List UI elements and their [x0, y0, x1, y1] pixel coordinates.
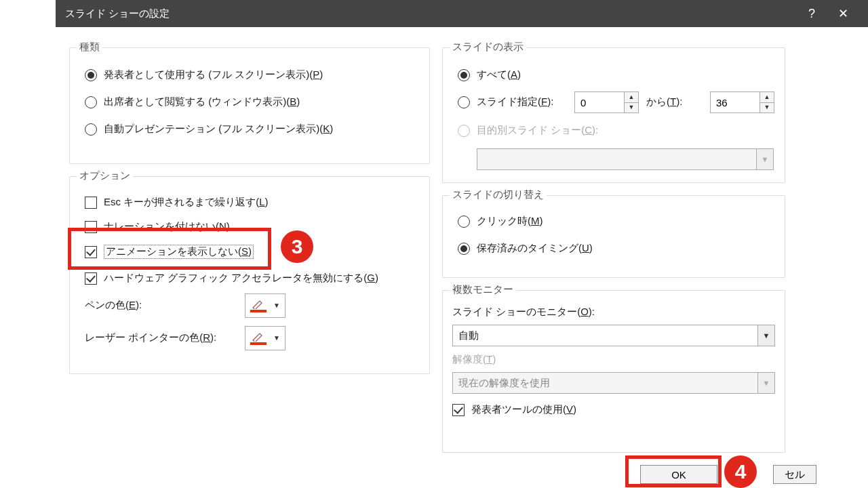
- fieldset-advance: スライドの切り替え クリック時(M) 保存済みのタイミング(U): [442, 195, 785, 278]
- radio-icon: [458, 216, 470, 228]
- checkbox-label: ハードウェア グラフィック アクセラレータを無効にする(G): [104, 272, 378, 285]
- to-slide-spinner[interactable]: ▲▼: [710, 92, 774, 113]
- pen-color-icon: [250, 299, 267, 312]
- radio-label: すべて(A): [477, 68, 521, 81]
- label-laser-color: レーザー ポインターの色(R):: [85, 331, 216, 344]
- help-button[interactable]: ?: [796, 0, 827, 27]
- fieldset-monitors: 複数モニター スライド ショーのモニター(O): 自動 ▼ 解像度(T) 現在の…: [442, 290, 785, 453]
- to-slide-input[interactable]: [711, 92, 760, 113]
- label-to: から(T):: [646, 96, 682, 108]
- radio-label: 目的別スライド ショー(C):: [477, 124, 598, 137]
- resolution-dropdown: 現在の解像度を使用 ▼: [452, 372, 775, 394]
- check-loop[interactable]: Esc キーが押されるまで繰り返す(L): [85, 196, 269, 209]
- from-slide-input[interactable]: [575, 92, 624, 113]
- fieldset-options: オプション Esc キーが押されるまで繰り返す(L) ナレーションを付けない(N…: [69, 176, 430, 374]
- checkbox-label: 発表者ツールの使用(V): [471, 403, 576, 416]
- radio-icon: [458, 243, 470, 255]
- fieldset-show-slides: スライドの表示 すべて(A) スライド指定(F): ▲▼ から(T):: [442, 47, 785, 183]
- checkbox-label: Esc キーが押されるまで繰り返す(L): [104, 196, 269, 209]
- chevron-down-icon[interactable]: ▼: [625, 102, 638, 113]
- radio-label: スライド指定(F):: [477, 96, 553, 108]
- checkbox-icon: [452, 404, 465, 416]
- chevron-down-icon[interactable]: ▼: [757, 325, 774, 346]
- radio-icon: [458, 96, 470, 108]
- custom-show-dropdown: ▼: [477, 148, 774, 170]
- chevron-down-icon: ▼: [756, 149, 773, 169]
- fieldset-type: 種類 発表者として使用する (フル スクリーン表示)(P) 出席者として閲覧する…: [69, 47, 430, 164]
- chevron-down-icon: ▼: [273, 302, 280, 309]
- radio-icon: [458, 125, 470, 137]
- legend-show: スライドの表示: [450, 41, 526, 54]
- radio-icon: [85, 123, 97, 136]
- check-presenter-view[interactable]: 発表者ツールの使用(V): [452, 403, 576, 416]
- checkbox-icon: [85, 272, 97, 285]
- radio-advance-click[interactable]: クリック時(M): [458, 215, 543, 228]
- monitor-dropdown[interactable]: 自動 ▼: [452, 325, 775, 346]
- radio-show-all[interactable]: すべて(A): [458, 68, 521, 81]
- radio-label: クリック時(M): [477, 215, 543, 228]
- legend-type: 種類: [77, 41, 102, 54]
- chevron-down-icon[interactable]: ▼: [760, 102, 774, 113]
- chevron-up-icon[interactable]: ▲: [625, 92, 638, 102]
- legend-monitors: 複数モニター: [450, 283, 516, 296]
- legend-options: オプション: [77, 169, 133, 182]
- chevron-down-icon: ▼: [273, 335, 280, 342]
- checkbox-icon: [85, 246, 97, 258]
- check-disable-hw-accel[interactable]: ハードウェア グラフィック アクセラレータを無効にする(G): [85, 272, 378, 285]
- label-pen-color: ペンの色(E):: [85, 299, 142, 312]
- help-icon: ?: [808, 7, 815, 21]
- label-resolution: 解像度(T): [452, 353, 496, 366]
- label-monitor: スライド ショーのモニター(O):: [452, 306, 595, 319]
- ok-button[interactable]: OK: [640, 465, 717, 484]
- radio-icon: [458, 69, 470, 81]
- custom-show-value: [477, 149, 756, 169]
- close-icon: ✕: [838, 6, 848, 21]
- chevron-down-icon: ▼: [757, 373, 774, 393]
- radio-custom-show: 目的別スライド ショー(C):: [458, 124, 598, 137]
- radio-label: 出席者として閲覧する (ウィンドウ表示)(B): [104, 96, 300, 108]
- radio-kiosk[interactable]: 自動プレゼンテーション (フル スクリーン表示)(K): [85, 123, 333, 136]
- resolution-value: 現在の解像度を使用: [453, 373, 757, 393]
- laser-color-icon: [250, 331, 267, 345]
- radio-label: 発表者として使用する (フル スクリーン表示)(P): [104, 68, 323, 81]
- checkbox-icon: [85, 197, 97, 209]
- radio-advance-timings[interactable]: 保存済みのタイミング(U): [458, 242, 593, 255]
- checkbox-label: ナレーションを付けない(N): [104, 220, 230, 233]
- radio-label: 自動プレゼンテーション (フル スクリーン表示)(K): [104, 123, 333, 136]
- radio-browse[interactable]: 出席者として閲覧する (ウィンドウ表示)(B): [85, 96, 300, 108]
- checkbox-label: アニメーションを表示しない(S): [104, 245, 254, 259]
- laser-color-dropdown[interactable]: ▼: [245, 326, 285, 350]
- titlebar: スライド ショーの設定 ? ✕: [56, 0, 868, 27]
- from-slide-spinner[interactable]: ▲▼: [574, 92, 639, 113]
- radio-label: 保存済みのタイミング(U): [477, 242, 593, 255]
- radio-icon: [85, 69, 97, 81]
- check-no-narration[interactable]: ナレーションを付けない(N): [85, 220, 230, 233]
- check-no-animation[interactable]: アニメーションを表示しない(S): [85, 245, 254, 259]
- dialog-title: スライド ショーの設定: [65, 7, 796, 20]
- monitor-value: 自動: [453, 325, 757, 346]
- chevron-up-icon[interactable]: ▲: [760, 92, 774, 102]
- checkbox-icon: [85, 221, 97, 233]
- radio-show-range[interactable]: スライド指定(F):: [458, 96, 553, 108]
- legend-advance: スライドの切り替え: [450, 188, 547, 201]
- pen-color-dropdown[interactable]: ▼: [245, 293, 285, 318]
- close-button[interactable]: ✕: [827, 0, 859, 27]
- cancel-button[interactable]: セル: [773, 465, 816, 484]
- radio-icon: [85, 96, 97, 108]
- radio-presenter[interactable]: 発表者として使用する (フル スクリーン表示)(P): [85, 68, 323, 81]
